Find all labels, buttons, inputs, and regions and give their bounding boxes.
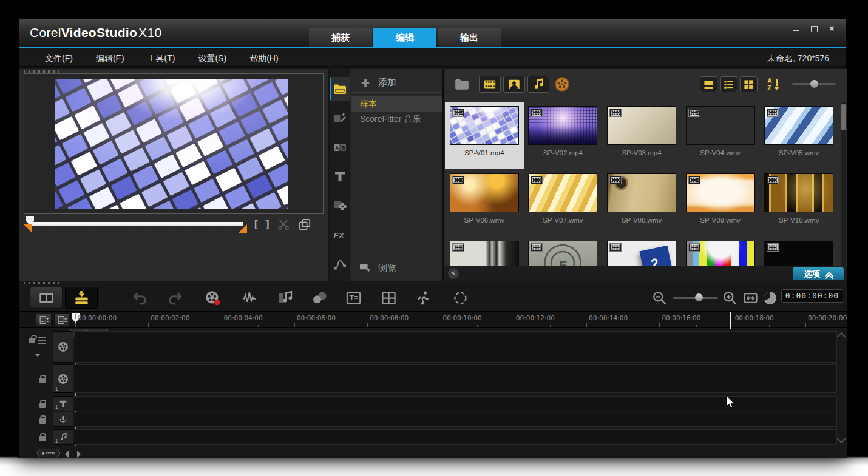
- lock-icon[interactable]: [39, 436, 46, 441]
- tab-输出[interactable]: 输出: [438, 28, 501, 47]
- split-clip-icon[interactable]: [277, 218, 290, 231]
- gallery-scrollbar[interactable]: [841, 102, 846, 267]
- timeline-timecode[interactable]: 0:00:00:00: [781, 289, 843, 303]
- fit-project-icon[interactable]: [741, 287, 759, 309]
- library-clip[interactable]: [759, 236, 838, 267]
- tab-捕获[interactable]: 捕获: [309, 28, 372, 47]
- scroll-to-playhead-button[interactable]: [37, 449, 60, 457]
- library-clip-SP-V08.wmv[interactable]: SP-V08.wmv: [602, 169, 681, 236]
- loop-playback-button[interactable]: [444, 287, 476, 309]
- undo-button[interactable]: [123, 287, 156, 309]
- lock-icon[interactable]: [39, 403, 46, 408]
- mark-in-icon[interactable]: [: [254, 218, 258, 230]
- media-reel-icon[interactable]: [554, 76, 570, 92]
- menu-item-0[interactable]: 文件(F): [33, 49, 84, 67]
- library-clip-SP-V01.mp4[interactable]: SP-V01.mp4: [445, 102, 524, 169]
- category-0[interactable]: 样本: [351, 96, 442, 112]
- menu-item-2[interactable]: 工具(T): [136, 49, 187, 67]
- close-icon[interactable]: ×: [829, 25, 838, 32]
- library-clip-SP-V02.mp4[interactable]: SP-V02.mp4: [524, 102, 603, 169]
- library-clip-SP-V03.mp4[interactable]: SP-V03.mp4: [602, 102, 681, 169]
- menu-item-4[interactable]: 帮助(H): [238, 49, 290, 67]
- import-folder-icon[interactable]: [453, 76, 470, 92]
- minimize-icon[interactable]: [793, 25, 801, 32]
- options-button[interactable]: 选项: [793, 267, 844, 280]
- voice-track-row[interactable]: [75, 412, 837, 427]
- panel-drag-handle[interactable]: [24, 282, 63, 284]
- scroll-right-icon[interactable]: [77, 451, 81, 458]
- title-track-row[interactable]: [75, 396, 837, 411]
- storyboard-view-button[interactable]: [30, 287, 63, 309]
- library-clip[interactable]: 2: [602, 236, 681, 267]
- trim-end-handle[interactable]: [239, 224, 247, 233]
- sound-mixer-button[interactable]: [232, 287, 265, 309]
- subtitle-editor-button[interactable]: T: [337, 287, 370, 309]
- track-button-2[interactable]: [54, 313, 70, 326]
- library-nav-transition[interactable]: AB: [330, 135, 350, 159]
- video-track-header[interactable]: [53, 331, 73, 363]
- library-clip-SP-V10.wmv[interactable]: SP-V10.wmv: [759, 169, 838, 236]
- collapse-panel-button[interactable]: <: [448, 268, 459, 279]
- library-clip[interactable]: 5: [524, 236, 603, 267]
- timeline-view-button[interactable]: [65, 287, 98, 309]
- library-nav-graphics[interactable]: [330, 193, 350, 218]
- menu-item-1[interactable]: 编辑(E): [84, 49, 136, 67]
- voice-track-header[interactable]: [53, 412, 73, 427]
- video-track-row[interactable]: [75, 331, 837, 363]
- trim-start-handle[interactable]: [24, 224, 32, 233]
- library-clip-SP-V04.wmv[interactable]: SP-V04.wmv: [681, 102, 760, 169]
- library-clip[interactable]: [681, 236, 760, 267]
- filter-videos-button[interactable]: [479, 76, 501, 93]
- library-nav-media[interactable]: [330, 77, 350, 101]
- redo-button[interactable]: [158, 287, 191, 309]
- sort-icon[interactable]: AZ: [765, 76, 782, 92]
- grid-view-button[interactable]: [740, 76, 758, 92]
- library-nav-filter[interactable]: FX: [330, 223, 350, 247]
- panel-drag-handle[interactable]: [24, 70, 63, 73]
- library-nav-title[interactable]: [330, 164, 350, 189]
- gallery-zoom-slider[interactable]: [792, 83, 836, 85]
- add-button[interactable]: 添加: [351, 73, 442, 93]
- library-clip-SP-V06.wmv[interactable]: SP-V06.wmv: [445, 169, 524, 236]
- timeline-zoom-out-icon[interactable]: [650, 287, 668, 309]
- auto-music-button[interactable]: [269, 287, 302, 309]
- timeline-zoom-in-icon[interactable]: [721, 287, 739, 309]
- filter-photos-button[interactable]: [503, 76, 525, 93]
- mix-audio-button[interactable]: [303, 287, 336, 309]
- slider-knob[interactable]: [810, 80, 818, 88]
- library-clip[interactable]: [445, 236, 524, 267]
- list-view-button[interactable]: [720, 76, 737, 92]
- category-1[interactable]: ScoreFitter 音乐: [351, 112, 442, 127]
- scrollbar-thumb[interactable]: [841, 104, 846, 130]
- track-list-icon[interactable]: [38, 337, 46, 344]
- timeline-zoom-slider[interactable]: [673, 297, 718, 299]
- lock-icon[interactable]: [39, 418, 46, 424]
- filter-audio-button[interactable]: [527, 76, 549, 93]
- music-track-row[interactable]: [75, 429, 837, 445]
- library-clip-SP-V05.wmv[interactable]: SP-V05.wmv: [759, 102, 838, 169]
- browse-button[interactable]: 浏览: [351, 260, 442, 276]
- tab-编辑[interactable]: 编辑: [373, 28, 436, 47]
- restore-icon[interactable]: [811, 25, 819, 32]
- library-nav-motion-path[interactable]: [330, 252, 350, 276]
- expand-tracks-icon[interactable]: [35, 354, 41, 360]
- title-track-header[interactable]: 1: [53, 396, 73, 411]
- overlay-track-row[interactable]: [75, 364, 837, 393]
- lock-icon[interactable]: [29, 338, 35, 343]
- library-clip-SP-V07.wmv[interactable]: SP-V07.wmv: [524, 169, 603, 236]
- lock-icon[interactable]: [39, 378, 46, 383]
- mark-out-icon[interactable]: ]: [266, 218, 270, 230]
- scroll-up-icon[interactable]: [838, 332, 845, 339]
- menu-item-3[interactable]: 设置(S): [186, 49, 238, 67]
- split-screen-template-button[interactable]: [372, 287, 405, 309]
- thumbnail-view-button[interactable]: [700, 76, 717, 92]
- slider-knob[interactable]: [695, 293, 703, 301]
- scroll-down-icon[interactable]: [838, 436, 845, 443]
- scroll-left-icon[interactable]: [65, 451, 69, 458]
- motion-tracking-button[interactable]: [406, 287, 439, 309]
- timeline-ruler[interactable]: 00:00:00:0000:00:02:0000:00:04:0000:00:0…: [19, 311, 847, 328]
- record-capture-button[interactable]: [196, 287, 229, 309]
- track-button-1[interactable]: [36, 313, 52, 326]
- overlay-track-header[interactable]: 1: [53, 364, 73, 393]
- enlarge-preview-icon[interactable]: [298, 218, 311, 231]
